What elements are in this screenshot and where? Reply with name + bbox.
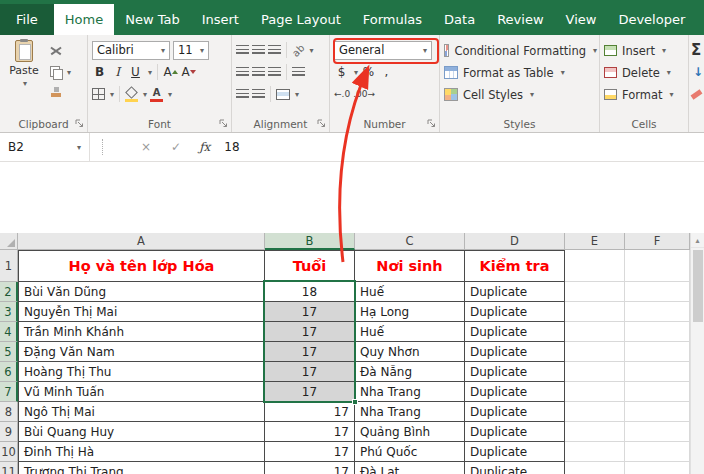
merge-center-button[interactable] xyxy=(276,89,290,100)
clear-eraser-icon[interactable] xyxy=(691,89,703,99)
cell-A3[interactable]: Nguyễn Thị Mai xyxy=(18,302,265,322)
fill-color-dropdown-icon[interactable]: ▾ xyxy=(143,90,147,99)
cell-D7[interactable]: Duplicate xyxy=(465,382,565,402)
format-as-table-button[interactable]: Format as Table ▾ xyxy=(444,62,597,83)
align-left-button[interactable] xyxy=(236,67,249,77)
increase-font-size-button[interactable]: A xyxy=(163,63,178,81)
tab-insert[interactable]: Insert xyxy=(191,4,250,35)
cell-F6[interactable] xyxy=(625,362,690,382)
row-header-8[interactable]: 8 xyxy=(0,402,18,422)
cell-E3[interactable] xyxy=(565,302,625,322)
font-size-combobox[interactable]: 11 ▾ xyxy=(173,41,209,60)
underline-button[interactable]: U xyxy=(128,63,143,81)
alignment-dialog-launcher-icon[interactable] xyxy=(317,119,326,128)
cell-B5[interactable]: 17 xyxy=(265,342,355,362)
row-header-5[interactable]: 5 xyxy=(0,342,18,362)
cell-E8[interactable] xyxy=(565,402,625,422)
format-painter-button[interactable] xyxy=(50,84,80,102)
decrease-decimal-button[interactable]: .00→ xyxy=(353,85,375,103)
cell-D11[interactable]: Duplicate xyxy=(465,462,565,474)
decrease-indent-button[interactable] xyxy=(236,89,249,99)
borders-dropdown-icon[interactable]: ▾ xyxy=(110,90,114,99)
percent-format-button[interactable]: % xyxy=(361,63,376,81)
cell-C7[interactable]: Nha Trang xyxy=(355,382,465,402)
row-header-2[interactable]: 2 xyxy=(0,282,18,302)
cell-B7[interactable]: 17 xyxy=(265,382,355,402)
cell-C3[interactable]: Hạ Long xyxy=(355,302,465,322)
column-header-E[interactable]: E xyxy=(565,233,625,250)
tab-home[interactable]: Home xyxy=(54,4,114,35)
tab-data[interactable]: Data xyxy=(433,4,486,35)
cell-E6[interactable] xyxy=(565,362,625,382)
column-header-F[interactable]: F xyxy=(625,233,690,250)
cell-C9[interactable]: Quảng Bình xyxy=(355,422,465,442)
cell-A2[interactable]: Bùi Văn Dũng xyxy=(18,282,265,302)
row-header-6[interactable]: 6 xyxy=(0,362,18,382)
row-header-3[interactable]: 3 xyxy=(0,302,18,322)
cut-button[interactable] xyxy=(50,42,80,60)
cell-D5[interactable]: Duplicate xyxy=(465,342,565,362)
format-cells-button[interactable]: Format ▾ xyxy=(604,84,686,105)
borders-button[interactable] xyxy=(92,88,105,100)
font-name-combobox[interactable]: Calibri ▾ xyxy=(92,41,170,60)
cell-B9[interactable]: 17 xyxy=(265,422,355,442)
cell-F3[interactable] xyxy=(625,302,690,322)
cell-F2[interactable] xyxy=(625,282,690,302)
cell-D4[interactable]: Duplicate xyxy=(465,322,565,342)
column-header-D[interactable]: D xyxy=(465,233,565,250)
cell-D3[interactable]: Duplicate xyxy=(465,302,565,322)
cell-D2[interactable]: Duplicate xyxy=(465,282,565,302)
orientation-dropdown-icon[interactable]: ▾ xyxy=(309,46,313,55)
cell-A1[interactable]: Họ và tên lớp Hóa xyxy=(18,250,265,282)
tab-developer[interactable]: Developer xyxy=(607,4,696,35)
row-header-11[interactable]: 11 xyxy=(0,462,18,474)
row-header-9[interactable]: 9 xyxy=(0,422,18,442)
font-dialog-launcher-icon[interactable] xyxy=(219,119,228,128)
italic-button[interactable]: I xyxy=(110,63,125,81)
cell-F7[interactable] xyxy=(625,382,690,402)
cell-F9[interactable] xyxy=(625,422,690,442)
tab-formulas[interactable]: Formulas xyxy=(352,4,433,35)
cell-C4[interactable]: Huế xyxy=(355,322,465,342)
cell-E2[interactable] xyxy=(565,282,625,302)
cell-E11[interactable] xyxy=(565,462,625,474)
formula-bar-value[interactable]: 18 xyxy=(224,140,239,154)
delete-cells-button[interactable]: Delete ▾ xyxy=(604,62,686,83)
cell-F8[interactable] xyxy=(625,402,690,422)
row-header-10[interactable]: 10 xyxy=(0,442,18,462)
paste-button[interactable]: Paste ▾ xyxy=(5,40,43,106)
cell-F10[interactable] xyxy=(625,442,690,462)
font-color-button[interactable]: A xyxy=(150,87,163,102)
cell-E1[interactable] xyxy=(565,250,625,282)
orientation-button[interactable]: ab xyxy=(290,42,307,59)
cell-A11[interactable]: Trương Thị Trang xyxy=(18,462,265,474)
clipboard-dialog-launcher-icon[interactable] xyxy=(75,119,84,128)
align-center-button[interactable] xyxy=(252,67,265,77)
currency-format-button[interactable]: $ xyxy=(334,63,349,81)
increase-indent-button[interactable] xyxy=(252,89,265,99)
tab-review[interactable]: Review xyxy=(486,4,554,35)
scroll-up-arrow-icon[interactable]: ▴ xyxy=(691,233,704,248)
cell-F1[interactable] xyxy=(625,250,690,282)
cell-E4[interactable] xyxy=(565,322,625,342)
row-header-4[interactable]: 4 xyxy=(0,322,18,342)
align-middle-button[interactable] xyxy=(252,45,265,55)
cell-E5[interactable] xyxy=(565,342,625,362)
cell-C6[interactable]: Đà Nẵng xyxy=(355,362,465,382)
cell-C10[interactable]: Phú Quốc xyxy=(355,442,465,462)
wrap-text-button[interactable] xyxy=(292,67,305,77)
tab-view[interactable]: View xyxy=(555,4,608,35)
number-format-combobox[interactable]: General ▾ xyxy=(334,41,432,60)
cell-D6[interactable]: Duplicate xyxy=(465,362,565,382)
copy-dropdown-icon[interactable]: ▾ xyxy=(67,68,71,77)
align-bottom-button[interactable] xyxy=(268,45,281,55)
column-header-B[interactable]: B xyxy=(265,233,355,250)
number-dialog-launcher-icon[interactable] xyxy=(427,119,436,128)
cell-D10[interactable]: Duplicate xyxy=(465,442,565,462)
cell-B2[interactable]: 18 xyxy=(265,282,355,302)
enter-icon[interactable]: ✓ xyxy=(171,140,181,154)
row-header-7[interactable]: 7 xyxy=(0,382,18,402)
cell-A4[interactable]: Trần Minh Khánh xyxy=(18,322,265,342)
fill-color-button[interactable] xyxy=(125,87,138,102)
cell-D9[interactable]: Duplicate xyxy=(465,422,565,442)
